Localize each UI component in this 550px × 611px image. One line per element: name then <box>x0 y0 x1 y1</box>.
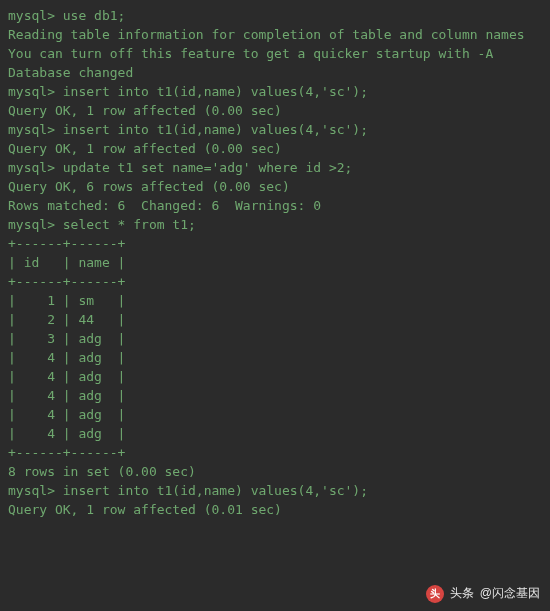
terminal-line: +------+------+ <box>8 443 542 462</box>
terminal-line: | 4 | adg | <box>8 424 542 443</box>
terminal-line: Query OK, 1 row affected (0.01 sec) <box>8 500 542 519</box>
terminal-line: | 4 | adg | <box>8 386 542 405</box>
terminal-line: Query OK, 1 row affected (0.00 sec) <box>8 101 542 120</box>
terminal-line: +------+------+ <box>8 234 542 253</box>
terminal-line: | 4 | adg | <box>8 405 542 424</box>
terminal-line: 8 rows in set (0.00 sec) <box>8 462 542 481</box>
terminal-line: You can turn off this feature to get a q… <box>8 44 542 63</box>
terminal-line: | id | name | <box>8 253 542 272</box>
terminal-line: mysql> insert into t1(id,name) values(4,… <box>8 481 542 500</box>
terminal-line: mysql> insert into t1(id,name) values(4,… <box>8 82 542 101</box>
terminal-line: | 4 | adg | <box>8 348 542 367</box>
terminal-line: Database changed <box>8 63 542 82</box>
terminal-line: Query OK, 6 rows affected (0.00 sec) <box>8 177 542 196</box>
watermark-author: @闪念基因 <box>480 584 540 603</box>
watermark-prefix: 头条 <box>450 584 474 603</box>
terminal-line: mysql> insert into t1(id,name) values(4,… <box>8 120 542 139</box>
terminal-line: mysql> select * from t1; <box>8 215 542 234</box>
terminal-line: | 1 | sm | <box>8 291 542 310</box>
watermark: 头 头条 @闪念基因 <box>426 584 540 603</box>
terminal-output: mysql> use db1;Reading table information… <box>0 0 550 525</box>
terminal-line: | 2 | 44 | <box>8 310 542 329</box>
terminal-line: Reading table information for completion… <box>8 25 542 44</box>
terminal-line: mysql> use db1; <box>8 6 542 25</box>
terminal-line: | 4 | adg | <box>8 367 542 386</box>
watermark-icon: 头 <box>426 585 444 603</box>
terminal-line: Rows matched: 6 Changed: 6 Warnings: 0 <box>8 196 542 215</box>
terminal-line: +------+------+ <box>8 272 542 291</box>
terminal-line: Query OK, 1 row affected (0.00 sec) <box>8 139 542 158</box>
terminal-line: mysql> update t1 set name='adg' where id… <box>8 158 542 177</box>
terminal-line: | 3 | adg | <box>8 329 542 348</box>
